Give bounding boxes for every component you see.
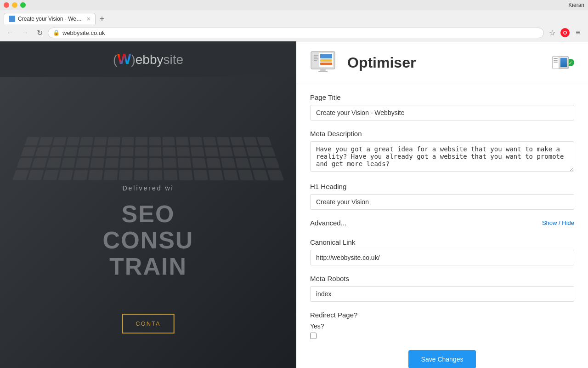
menu-button[interactable]: ≡ [571, 26, 584, 39]
redirect-group: Redirect Page? Yes? [310, 311, 574, 341]
key [264, 158, 280, 168]
tab-close-button[interactable]: × [87, 15, 90, 23]
key [164, 170, 178, 181]
meta-desc-input[interactable]: Have you got a great idea for a website … [310, 141, 574, 172]
key [17, 158, 33, 168]
page-title-label: Page Title [310, 93, 574, 101]
key [189, 137, 203, 146]
key [27, 170, 44, 181]
key [149, 137, 161, 146]
page-title-input[interactable] [310, 105, 574, 121]
badge-line [554, 58, 558, 59]
canonical-input[interactable] [310, 250, 574, 265]
badge-line [554, 62, 558, 63]
key [21, 147, 36, 157]
badge-bar-left [553, 57, 559, 69]
back-button[interactable]: ← [4, 26, 17, 39]
key [204, 147, 219, 157]
maximize-button[interactable] [20, 2, 26, 8]
lock-icon: 🔒 [53, 29, 60, 36]
seo-heading: SEO CONSU TRAIN [74, 201, 222, 280]
key [106, 147, 119, 157]
badge-bar-right [560, 58, 567, 67]
key [119, 170, 132, 181]
key [164, 158, 177, 168]
key [192, 158, 206, 168]
nav-actions: ☆ O ≡ [546, 26, 584, 39]
key [46, 158, 62, 168]
key [75, 158, 90, 168]
seo-line1: SEO CONSU [103, 201, 194, 253]
minimize-button[interactable] [12, 2, 17, 8]
tab-favicon [9, 16, 15, 22]
key [253, 170, 269, 181]
svg-rect-11 [318, 71, 328, 72]
logo-site: site [164, 52, 184, 67]
key [220, 158, 236, 168]
active-tab[interactable]: Create your Vision - Webbysi... × [4, 13, 96, 24]
badge-icon [552, 56, 569, 69]
canonical-label: Canonical Link [310, 238, 574, 246]
key [149, 170, 162, 181]
key [178, 158, 192, 168]
reload-button[interactable]: ↻ [33, 26, 46, 39]
key [107, 137, 120, 146]
canonical-group: Canonical Link [310, 238, 574, 265]
address-text: webbysite.co.uk [62, 29, 539, 36]
key [193, 170, 208, 181]
address-bar[interactable]: 🔒 webbysite.co.uk [48, 28, 544, 38]
key [163, 137, 175, 146]
svg-rect-10 [320, 69, 326, 71]
key [52, 137, 66, 146]
key [232, 147, 247, 157]
key-grid [0, 131, 296, 189]
key [176, 137, 189, 146]
svg-rect-4 [314, 57, 317, 58]
save-changes-button[interactable]: Save Changes [408, 350, 476, 368]
key [134, 170, 147, 181]
key [38, 137, 53, 146]
key [243, 137, 258, 146]
os-username: Kieran [568, 2, 584, 8]
redirect-label: Redirect Page? [310, 311, 574, 319]
optimiser-header: Optimiser ✓ [296, 41, 588, 84]
key [238, 170, 254, 181]
optimiser-title: Optimiser [347, 54, 416, 71]
os-bar: Kieran [0, 0, 588, 10]
seo-line2: TRAIN [109, 253, 187, 280]
header-badge: ✓ [552, 56, 574, 69]
contact-button[interactable]: CONTA [122, 314, 175, 334]
optimiser-body: Page Title Meta Description Have you got… [296, 84, 588, 368]
svg-rect-5 [314, 58, 318, 59]
meta-robots-group: Meta Robots [310, 275, 574, 302]
show-hide-link[interactable]: Show / Hide [542, 219, 574, 226]
browser-chrome: Create your Vision - Webbysi... × + ← → … [0, 10, 588, 41]
forward-icon: → [21, 29, 28, 37]
key [58, 170, 74, 181]
meta-robots-input[interactable] [310, 286, 574, 302]
key [61, 158, 76, 168]
close-button[interactable] [4, 2, 9, 8]
key [208, 170, 223, 181]
key [12, 170, 29, 181]
new-tab-button[interactable]: + [96, 13, 107, 24]
svg-rect-6 [314, 60, 317, 61]
key [120, 147, 133, 157]
forward-button[interactable]: → [18, 26, 31, 39]
logo-bracket-close: ) [131, 52, 135, 67]
h1-input[interactable] [310, 194, 574, 210]
key [73, 170, 88, 181]
tab-bar: Create your Vision - Webbysi... × + [0, 10, 588, 24]
optimiser-logo: Optimiser [310, 51, 416, 75]
key [63, 147, 78, 157]
key [103, 170, 118, 181]
key [260, 147, 276, 157]
nav-bar: ← → ↻ 🔒 webbysite.co.uk ☆ O ≡ [0, 24, 588, 41]
yes-label: Yes? [310, 322, 574, 330]
redirect-checkbox[interactable] [310, 333, 317, 339]
key [66, 137, 79, 146]
svg-rect-7 [320, 54, 332, 58]
bookmark-button[interactable]: ☆ [546, 26, 559, 39]
website-hero: Delivered wi SEO CONSU TRAIN CONTA [0, 77, 296, 368]
opera-icon: O [560, 28, 570, 37]
